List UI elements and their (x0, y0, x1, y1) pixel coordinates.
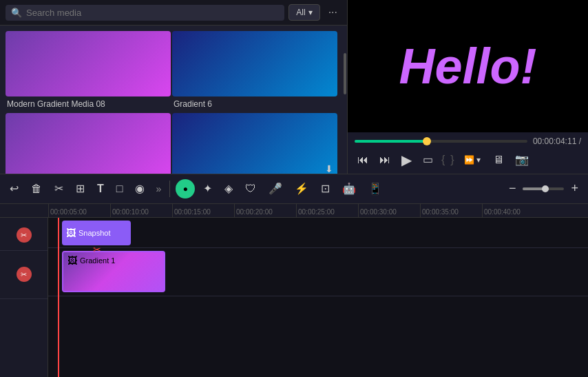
toolbar: ↩ 🗑 ✂ ⊞ T □ ◉ » ● ✦ ◈ 🛡 🎤 ⚡ ⊡ 🤖 📱 − + (0, 174, 588, 204)
ruler-mark: 00:00:15:00 (172, 204, 234, 217)
media-thumb: ⬇ (172, 113, 337, 174)
ruler-mark: 00:00:40:00 (482, 204, 544, 217)
pip-button[interactable]: ⊡ (317, 179, 334, 198)
scissors-indicator: ✂ (93, 244, 101, 255)
ruler-mark: 00:00:30:00 (358, 204, 420, 217)
media-grid: Modern Gradient Media 08 Gradient 6 Grad… (0, 26, 343, 174)
mic-button[interactable]: 🎤 (264, 179, 286, 198)
cut-button[interactable]: ✂ (50, 179, 67, 198)
more-tools-button[interactable]: » (153, 181, 164, 197)
fullscreen-button[interactable]: ▭ (420, 152, 436, 167)
scrollbar-thumb (344, 53, 346, 94)
list-item[interactable]: ⬇ Gradient 4 (172, 113, 337, 174)
track-row-2: 🖼 Gradient 1 (48, 248, 588, 296)
speed-tool-button[interactable]: ⚡ (291, 179, 313, 198)
timeline-area: 00:00:05:00 00:00:10:00 00:00:15:00 00:0… (0, 204, 588, 378)
media-thumb (6, 31, 171, 96)
more-options-button[interactable]: ··· (324, 5, 342, 20)
transition-button[interactable]: ◈ (220, 179, 237, 198)
progress-fill (355, 140, 427, 143)
search-input-wrap[interactable]: 🔍 (6, 5, 284, 21)
screen-record-button[interactable]: 📱 (364, 179, 386, 198)
crop-button[interactable]: ⊞ (72, 179, 89, 198)
media-thumb (172, 31, 337, 96)
undo-button[interactable]: ↩ (6, 179, 23, 198)
time-display: 00:00:04:11 / (533, 136, 581, 146)
zoom-slider[interactable] (523, 187, 564, 190)
zoom-out-button[interactable]: − (505, 179, 521, 198)
zoom-controls: − + (505, 179, 582, 198)
media-label: Modern Gradient Media 08 (6, 99, 171, 112)
speed-button[interactable]: ⏩ ▾ (460, 154, 485, 166)
ruler-mark: 00:00:20:00 (234, 204, 296, 217)
clip-icon: 🖼 (66, 227, 76, 238)
ai-button[interactable]: 🤖 (338, 179, 360, 198)
track-labels: ✂ ✂ (0, 218, 48, 378)
progress-bar[interactable]: 00:00:04:11 / (355, 136, 581, 146)
ruler-mark: 00:00:25:00 (296, 204, 358, 217)
search-icon: 🔍 (11, 8, 22, 18)
snapshot-capture-button[interactable]: 📷 (512, 152, 532, 167)
zoom-in-button[interactable]: + (567, 179, 582, 198)
track-label-1: ✂ (0, 221, 48, 251)
toolbar-separator (169, 181, 170, 197)
step-back-button[interactable]: ⏭ (377, 152, 393, 167)
preview-controls: 00:00:04:11 / ⏮ ⏭ ▶ ▭ { } ⏩ ▾ 🖥 📷 (348, 132, 588, 174)
effect-button[interactable]: ✦ (199, 179, 216, 198)
track-icon-1: ✂ (17, 227, 32, 243)
playback-controls: ⏮ ⏭ ▶ ▭ { } ⏩ ▾ 🖥 📷 (355, 150, 581, 170)
scrollbar-vertical[interactable] (343, 26, 347, 174)
search-input[interactable] (26, 8, 279, 18)
skip-back-button[interactable]: ⏮ (355, 152, 371, 167)
track-label-2: ✂ (0, 251, 48, 299)
timeline-content: ✂ ✂ 🖼 Snapshot 🖼 (0, 218, 588, 378)
timeline-tracks: 🖼 Snapshot 🖼 Gradient 1 ✂ (48, 218, 588, 378)
progress-track[interactable] (355, 140, 527, 143)
gradient1-clip[interactable]: 🖼 Gradient 1 (62, 251, 165, 292)
timeline-ruler: 00:00:05:00 00:00:10:00 00:00:15:00 00:0… (0, 204, 588, 218)
list-item[interactable]: Gradient 6 (172, 31, 337, 112)
clip-info: 🖼 Gradient 1 (67, 255, 115, 266)
mask2-button[interactable]: 🛡 (241, 180, 260, 198)
zoom-thumb (542, 185, 549, 192)
mask-button[interactable]: □ (112, 180, 127, 198)
progress-thumb (423, 137, 431, 145)
snapshot-clip[interactable]: 🖼 Snapshot (62, 221, 131, 245)
clip-label: Snapshot (78, 229, 110, 237)
ruler-marks: 00:00:05:00 00:00:10:00 00:00:15:00 00:0… (48, 204, 544, 217)
download-icon: ⬇ (325, 163, 333, 174)
list-item[interactable]: Modern Gradient Media 08 (6, 31, 171, 112)
delete-button[interactable]: 🗑 (27, 180, 46, 198)
text-button[interactable]: T (93, 180, 108, 198)
track-row-1: 🖼 Snapshot (48, 218, 588, 248)
filter-dropdown[interactable]: All ▾ (288, 4, 319, 21)
media-panel: 🔍 All ▾ ··· Modern Gradient Media 08 Gra… (0, 0, 348, 174)
list-item[interactable]: Gradient 1 (6, 113, 171, 174)
media-label: Gradient 6 (172, 99, 337, 112)
color-button[interactable]: ◉ (131, 179, 149, 198)
timeline-active-button[interactable]: ● (176, 179, 195, 198)
track-icon-2: ✂ (17, 267, 32, 282)
playhead-line (58, 218, 59, 378)
ruler-mark: 00:00:35:00 (420, 204, 482, 217)
ruler-mark: 00:00:05:00 (48, 204, 110, 217)
preview-video: Hello! (348, 0, 588, 132)
monitor-button[interactable]: 🖥 (490, 152, 507, 167)
preview-panel: Hello! 00:00:04:11 / ⏮ ⏭ ▶ ▭ { } (348, 0, 588, 174)
search-bar: 🔍 All ▾ ··· (0, 0, 347, 26)
preview-text: Hello! (399, 38, 536, 94)
ruler-mark: 00:00:10:00 (110, 204, 172, 217)
clip-icon-2: 🖼 (67, 255, 77, 266)
clip-label-2: Gradient 1 (80, 256, 115, 265)
media-thumb (6, 113, 171, 174)
play-button[interactable]: ▶ (399, 150, 414, 170)
